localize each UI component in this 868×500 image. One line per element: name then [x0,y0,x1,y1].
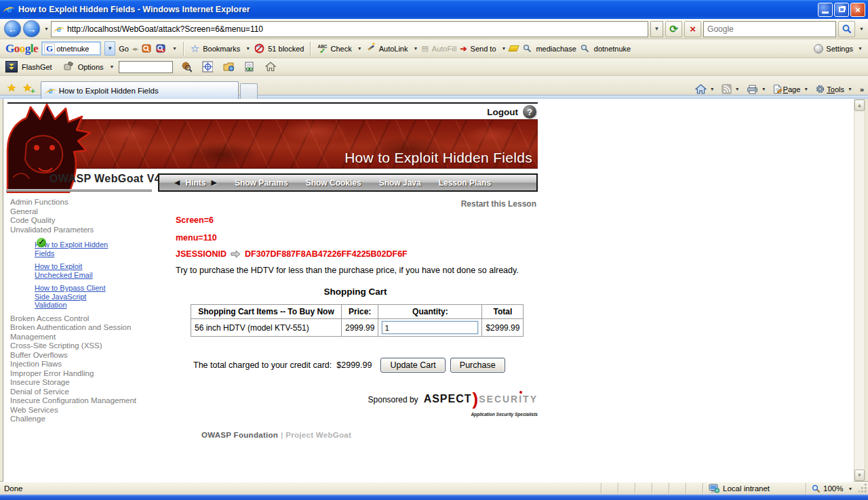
sidebar-category[interactable]: Injection Flaws [10,360,166,369]
close-button[interactable]: × [850,3,865,17]
menu-show-params[interactable]: Show Params [235,178,288,188]
sidebar-category[interactable]: Insecure Configuration Management [10,396,166,406]
sidebar-category[interactable]: Insecure Storage [10,378,166,388]
check-button[interactable]: Check [331,45,352,53]
dotnetnuke-button[interactable]: dotnetnuke [594,45,631,53]
send-to-button[interactable]: Send to [471,45,496,53]
scroll-down-icon[interactable]: ▼ [854,470,865,481]
search-box[interactable] [703,21,836,37]
sidebar-category[interactable]: Cross-Site Scripting (XSS) [10,341,166,351]
search-options-dropdown-icon[interactable]: ▼ [859,26,864,31]
forward-button[interactable]: → [23,20,40,37]
address-bar[interactable]: e http://localhost/WebGoat/attack?Screen… [51,21,648,37]
update-cart-button[interactable]: Update Cart [380,358,445,373]
google-search-dropdown-icon[interactable]: ▼ [104,41,115,56]
zoom-control[interactable]: 100% ▼ [806,483,859,494]
menu-show-java[interactable]: Show Java [379,178,421,188]
address-dropdown-icon[interactable]: ▼ [650,21,663,37]
favorites-center-icon[interactable]: ★ [7,81,16,94]
print-button[interactable]: ▼ [745,84,768,95]
sidebar-lesson-js-validation[interactable]: How to Bypass Client Side JavaScript Val… [35,284,120,310]
home-dropdown-icon[interactable]: ▼ [710,87,715,91]
home-page-icon[interactable] [265,62,276,72]
project-webgoat-link[interactable]: Project WebGoat [285,431,351,439]
back-button[interactable]: ← [4,20,21,37]
restore-button[interactable] [834,3,849,17]
site-search-icon-2[interactable] [156,43,167,54]
vertical-scrollbar[interactable]: ▲ ▼ [854,99,865,482]
google-search-combo[interactable]: G [41,41,101,56]
sidebar-lesson-hidden-fields[interactable]: How to Exploit Hidden Fields [35,241,120,257]
capture-target-icon[interactable] [202,62,213,72]
sidebar-category[interactable]: Web Services [10,406,166,415]
sidebar-category[interactable]: Code Quality [10,216,166,226]
sidebar-category[interactable]: Broken Authentication and Session Manage… [10,323,166,341]
add-favorite-icon[interactable]: ★ [22,81,32,94]
menu-lesson-plans[interactable]: Lesson Plans [439,178,491,188]
tools-menu-button[interactable]: Tools ▼ [813,83,854,95]
resize-grip[interactable] [859,483,868,494]
mediachase-button[interactable]: mediachase [536,45,576,53]
sidebar-category[interactable]: Denial of Service [10,388,166,397]
history-dropdown-icon[interactable]: ▼ [44,26,49,31]
sidebar-category[interactable]: Challenge [10,415,166,424]
hints-prev-icon[interactable]: ◀ [174,178,180,187]
sidebar-category[interactable]: Improper Error Handling [10,369,166,379]
tools-dropdown-icon[interactable]: ▼ [848,87,852,91]
owasp-foundation-link[interactable]: OWASP Foundation [201,431,278,439]
tab-active[interactable]: e How to Exploit Hidden Fields [41,81,239,99]
scroll-up-icon[interactable]: ▲ [854,100,865,111]
site-explorer-icon[interactable] [181,62,192,72]
page-menu-button[interactable]: Page ▼ [771,83,811,95]
search-input[interactable] [707,24,832,34]
refresh-button[interactable]: ⟳ [665,21,682,37]
flashget-input[interactable] [119,61,173,73]
stop-button[interactable]: × [684,21,701,37]
zoom-dropdown-icon[interactable]: ▼ [848,486,852,491]
autolink-button[interactable]: AutoLink [379,45,408,53]
sidebar-lesson-unchecked-email[interactable]: How to Exploit Unchecked Email [35,262,120,279]
quantity-input[interactable] [382,321,478,334]
hints-next-icon[interactable]: ▶ [211,178,216,187]
sidebar-category[interactable]: Admin Functions [10,198,166,207]
autolink-dropdown-icon[interactable]: ▼ [413,46,418,51]
address-url[interactable]: http://localhost/WebGoat/attack?Screen=6… [67,24,645,34]
download-folder-icon[interactable] [223,62,234,72]
send-to-dropdown-icon[interactable]: ▼ [502,46,507,51]
sidebar-category[interactable]: Buffer Overflows [10,351,166,360]
google-search-input[interactable] [56,45,98,53]
page-footer: OWASP Foundation|Project WebGoat [201,431,351,439]
home-button[interactable]: ▼ [693,83,717,95]
menu-hints[interactable]: Hints [185,178,205,188]
options-dropdown-icon[interactable]: ▼ [110,64,115,69]
bookmarks-button[interactable]: Bookmarks [203,45,240,53]
restart-lesson-link[interactable]: Restart this Lesson [461,199,536,209]
site-search-icon-1[interactable] [142,43,153,54]
search-split-icon[interactable]: ◂▸ [132,45,138,52]
sidebar-category[interactable]: General [10,207,166,217]
bookmarks-dropdown-icon[interactable]: ▼ [245,46,250,51]
settings-dropdown-icon[interactable]: ▼ [858,46,863,51]
toolbar-overflow-icon[interactable]: » [860,85,864,93]
page-dropdown-icon[interactable]: ▼ [804,87,808,91]
feeds-button[interactable]: ▼ [719,83,742,95]
search-go-button[interactable] [838,21,855,37]
page-links-icon[interactable] [244,62,255,72]
options-button[interactable]: Options [78,63,104,71]
menu-show-cookies[interactable]: Show Cookies [306,178,361,188]
popup-blocked-button[interactable]: 51 blocked [268,45,304,53]
print-dropdown-icon[interactable]: ▼ [762,87,766,91]
minimize-button[interactable] [818,3,833,17]
highlighter-icon[interactable] [509,45,520,51]
flashget-button[interactable]: FlashGet [22,63,52,71]
sidebar-category[interactable]: Unvalidated Parameters [10,226,166,235]
browser-viewport: Logout ? How to Exploit Hidden Fields [0,99,868,482]
settings-button[interactable]: Settings [826,45,853,53]
purchase-button[interactable]: Purchase [450,358,505,373]
sidebar-category[interactable]: Broken Access Control [10,314,166,324]
google-go-button[interactable]: Go [119,45,129,53]
settings-orb-icon [814,44,823,54]
check-dropdown-icon[interactable]: ▼ [357,46,362,51]
site-search-dropdown-icon[interactable]: ▼ [172,46,177,51]
new-tab-button[interactable] [240,83,258,99]
